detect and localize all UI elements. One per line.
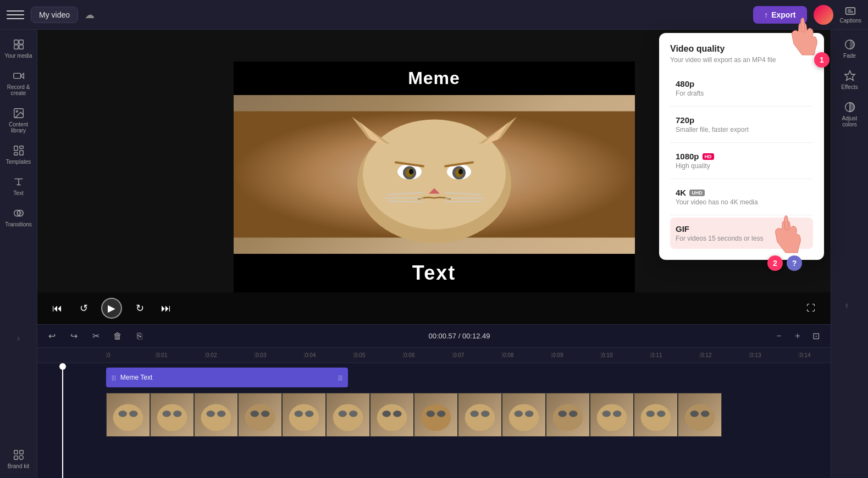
svg-rect-23: [14, 456, 17, 459]
thumbnail-8: [414, 393, 458, 437]
skip-to-end-button[interactable]: ⏭: [157, 299, 175, 317]
svg-rect-12: [19, 146, 23, 149]
step-badge-2: 2: [767, 255, 783, 271]
export-icon: ↑: [764, 10, 768, 19]
right-sidebar-item-effects[interactable]: Effects: [833, 65, 866, 95]
quality-option-1080p[interactable]: 1080p HD High quality: [670, 145, 813, 176]
skip-to-start-button[interactable]: ⏮: [48, 299, 66, 317]
quality-option-720p[interactable]: 720p Smaller file, faster export: [670, 109, 813, 140]
redo-button[interactable]: ↪: [66, 329, 81, 344]
sidebar-item-record[interactable]: Record &create: [2, 65, 35, 101]
play-button[interactable]: ▶: [101, 298, 122, 319]
svg-rect-0: [846, 8, 855, 14]
svg-point-73: [470, 410, 479, 417]
right-sidebar-item-adjust-colors[interactable]: Adjustcolors: [833, 97, 866, 132]
ruler-mark-4: 0:04: [304, 352, 353, 358]
export-button[interactable]: ↑ Export: [753, 6, 806, 24]
svg-point-80: [569, 410, 578, 417]
track-handle-left[interactable]: |||: [112, 375, 116, 381]
uhd-badge: UHD: [689, 190, 705, 196]
cloud-save-icon: ☁: [85, 9, 95, 21]
quality-option-4k[interactable]: 4K UHD Your video has no 4K media: [670, 181, 813, 213]
svg-point-56: [217, 410, 226, 417]
menu-button[interactable]: [7, 6, 24, 24]
text-track[interactable]: ||| Meme Text |||: [106, 368, 348, 387]
sidebar-item-your-media[interactable]: Your media: [2, 34, 35, 63]
ruler-mark-5: 0:05: [353, 352, 403, 358]
video-canvas: Meme: [234, 62, 635, 292]
cut-button[interactable]: ✂: [88, 329, 103, 344]
svg-point-82: [602, 410, 611, 417]
fullscreen-button[interactable]: ⛶: [802, 299, 820, 317]
svg-point-75: [509, 404, 539, 431]
zoom-in-button[interactable]: ＋: [790, 329, 805, 344]
templates-icon: [13, 144, 25, 157]
ruler-mark-3: 0:03: [255, 352, 304, 358]
sidebar-item-content-library[interactable]: Contentlibrary: [2, 103, 35, 138]
captions-icon: [845, 5, 856, 16]
svg-point-55: [206, 410, 215, 417]
sidebar-item-templates[interactable]: Templates: [2, 140, 35, 169]
svg-point-61: [294, 410, 303, 417]
thumbnail-6: [326, 393, 370, 437]
svg-point-58: [250, 410, 259, 417]
fast-forward-button[interactable]: ↻: [131, 299, 148, 317]
step-badge-1: 1: [814, 52, 830, 68]
thumbnail-13: [634, 393, 678, 437]
ruler-mark-8: 0:08: [502, 352, 551, 358]
sidebar-item-text[interactable]: Text: [2, 171, 35, 201]
svg-rect-3: [14, 40, 18, 44]
undo-button[interactable]: ↩: [44, 329, 59, 344]
svg-point-70: [426, 410, 435, 417]
svg-point-50: [129, 410, 138, 417]
delete-button[interactable]: 🗑: [110, 329, 125, 344]
rewind-button[interactable]: ↺: [75, 299, 92, 317]
svg-point-49: [118, 410, 127, 417]
svg-rect-6: [19, 45, 23, 49]
sidebar-item-transitions[interactable]: Transitions: [2, 203, 35, 232]
avatar[interactable]: [814, 5, 833, 25]
right-sidebar-item-fade[interactable]: Fade: [833, 34, 866, 63]
hd-badge: HD: [703, 153, 714, 160]
topbar-right: ↑ Export Captions: [753, 5, 861, 25]
thumbnail-12: [590, 393, 634, 437]
thumbnail-14: [678, 393, 722, 437]
svg-rect-14: [14, 153, 17, 155]
topbar: My video ☁ ↑ Export Captions: [0, 0, 868, 30]
ruler-mark-9: 0:09: [551, 352, 601, 358]
svg-marker-91: [844, 71, 854, 80]
question-badge: ?: [787, 255, 802, 271]
svg-point-77: [525, 410, 534, 417]
video-title-bottom: Text: [234, 254, 635, 292]
zoom-out-button[interactable]: －: [771, 329, 787, 344]
right-sidebar: Fade Effects Adjustcolors ‹: [831, 30, 868, 478]
svg-point-81: [597, 404, 627, 431]
project-title[interactable]: My video: [31, 7, 78, 23]
timeline-tracks: ||| Meme Text |||: [37, 363, 831, 478]
sidebar-item-brand-kit[interactable]: Brand kit: [2, 444, 35, 474]
playhead[interactable]: [62, 363, 63, 478]
quality-option-gif[interactable]: GIF For videos 15 seconds or less: [670, 218, 813, 249]
brand-kit-icon: [13, 449, 25, 461]
svg-point-74: [481, 410, 490, 417]
svg-point-85: [646, 410, 655, 417]
captions-button[interactable]: Captions: [840, 5, 861, 24]
svg-point-59: [261, 410, 270, 417]
right-sidebar-collapse-button[interactable]: ‹: [845, 299, 854, 308]
quality-option-480p[interactable]: 480p For drafts: [670, 73, 813, 104]
fit-timeline-button[interactable]: ⊡: [809, 329, 824, 344]
svg-point-76: [514, 410, 523, 417]
svg-point-88: [690, 410, 699, 417]
svg-rect-4: [19, 40, 23, 44]
sidebar-collapse-button[interactable]: ›: [14, 334, 23, 343]
track-label: Meme Text: [120, 374, 152, 381]
svg-point-38: [458, 169, 463, 175]
duplicate-button[interactable]: ⎘: [132, 329, 147, 344]
thumbnail-7: [370, 393, 414, 437]
thumbnail-4: [238, 393, 282, 437]
svg-point-57: [245, 404, 275, 431]
track-area: ||| Meme Text |||: [106, 363, 831, 478]
track-handle-right[interactable]: |||: [338, 375, 342, 381]
svg-point-51: [157, 404, 187, 431]
svg-point-22: [19, 455, 23, 459]
